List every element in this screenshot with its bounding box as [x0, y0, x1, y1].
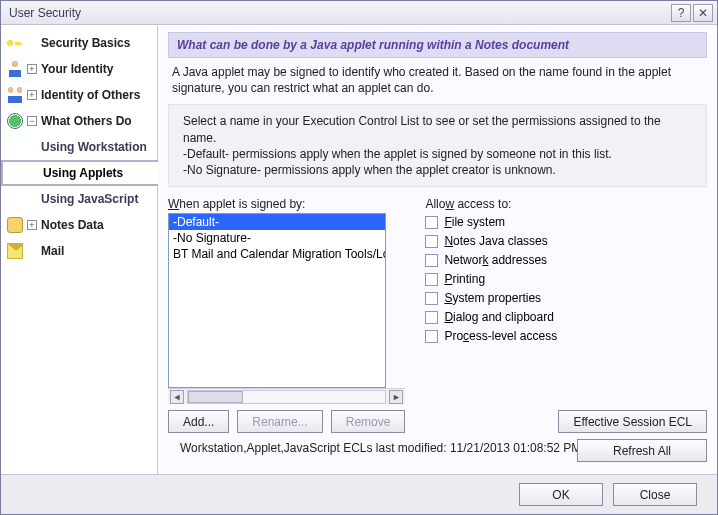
checkbox-icon [425, 292, 438, 305]
info-line: -Default- permissions apply when the app… [183, 146, 692, 162]
body: Security Basics + Your Identity + Identi… [1, 25, 717, 474]
sidebar-item-mail[interactable]: Mail [1, 238, 157, 264]
help-button[interactable]: ? [671, 4, 691, 22]
key-icon [7, 35, 23, 51]
database-icon [7, 217, 23, 233]
rename-button[interactable]: Rename... [237, 410, 322, 433]
user-security-window: User Security ? ✕ Security Basics + Your… [0, 0, 718, 515]
refresh-all-button[interactable]: Refresh All [577, 439, 707, 462]
expander-icon[interactable]: + [27, 64, 37, 74]
info-box: Select a name in your Execution Control … [168, 104, 707, 187]
horizontal-scrollbar[interactable]: ◄ ► [168, 388, 405, 404]
sidebar-item-identity-of-others[interactable]: + Identity of Others [1, 82, 157, 108]
footer: OK Close [1, 474, 717, 514]
status-label: Workstation,Applet,JavaScript ECLs last … [180, 441, 450, 455]
sidebar: Security Basics + Your Identity + Identi… [1, 26, 158, 474]
people-icon [7, 87, 23, 103]
sidebar-label: Using Workstation [41, 140, 147, 154]
permission-dialog-clipboard[interactable]: Dialog and clipboard [425, 310, 557, 324]
close-window-button[interactable]: ✕ [693, 4, 713, 22]
permission-network-addresses[interactable]: Network addresses [425, 253, 557, 267]
remove-button[interactable]: Remove [331, 410, 406, 433]
scroll-right-icon[interactable]: ► [389, 390, 403, 404]
window-title: User Security [5, 6, 669, 20]
content-panel: What can be done by a Java applet runnin… [158, 26, 717, 474]
titlebar: User Security ? ✕ [1, 1, 717, 25]
scroll-thumb[interactable] [188, 391, 243, 403]
permission-process-level[interactable]: Process-level access [425, 329, 557, 343]
signer-item[interactable]: -Default- [169, 214, 385, 230]
section-heading: What can be done by a Java applet runnin… [168, 32, 707, 58]
sidebar-item-using-applets[interactable]: Using Applets [1, 160, 158, 186]
help-icon: ? [678, 6, 685, 20]
sidebar-item-your-identity[interactable]: + Your Identity [1, 56, 157, 82]
sidebar-label: Mail [41, 244, 64, 258]
scroll-left-icon[interactable]: ◄ [170, 390, 184, 404]
scroll-track[interactable] [187, 390, 386, 404]
right-buttons: Effective Session ECL Refresh All [558, 410, 707, 462]
signer-buttons: Add... Rename... Remove [168, 410, 405, 433]
permissions-label: Allow access to: [425, 197, 557, 211]
checkbox-icon [425, 311, 438, 324]
info-line: -No Signature- permissions apply when th… [183, 162, 692, 178]
sidebar-label: Your Identity [41, 62, 113, 76]
sidebar-label: What Others Do [41, 114, 132, 128]
person-icon [7, 61, 23, 77]
permission-system-properties[interactable]: System properties [425, 291, 557, 305]
add-button[interactable]: Add... [168, 410, 229, 433]
expander-icon[interactable]: + [27, 90, 37, 100]
ok-button[interactable]: OK [519, 483, 603, 506]
permission-printing[interactable]: Printing [425, 272, 557, 286]
permissions-list: File system Notes Java classes Network a… [425, 213, 557, 343]
sidebar-label: Identity of Others [41, 88, 140, 102]
signer-listbox[interactable]: -Default- -No Signature- BT Mail and Cal… [168, 213, 386, 388]
sidebar-label: Using Applets [43, 166, 123, 180]
sidebar-label: Security Basics [41, 36, 130, 50]
mail-icon [7, 243, 23, 259]
sidebar-label: Notes Data [41, 218, 104, 232]
close-button[interactable]: Close [613, 483, 697, 506]
signer-item[interactable]: -No Signature- [169, 230, 385, 246]
sidebar-item-what-others-do[interactable]: − What Others Do [1, 108, 157, 134]
close-icon: ✕ [698, 6, 708, 20]
signer-item[interactable]: BT Mail and Calendar Migration Tools/Lot… [169, 246, 385, 262]
expander-icon[interactable]: − [27, 116, 37, 126]
sidebar-label: Using JavaScript [41, 192, 138, 206]
sidebar-item-notes-data[interactable]: + Notes Data [1, 212, 157, 238]
checkbox-icon [425, 235, 438, 248]
sidebar-item-security-basics[interactable]: Security Basics [1, 30, 157, 56]
expander-icon[interactable]: + [27, 220, 37, 230]
effective-session-ecl-button[interactable]: Effective Session ECL [558, 410, 707, 433]
permission-file-system[interactable]: File system [425, 215, 557, 229]
checkbox-icon [425, 273, 438, 286]
info-line: Select a name in your Execution Control … [183, 113, 692, 145]
signer-column: When applet is signed by: -Default- -No … [168, 197, 405, 433]
checkbox-icon [425, 254, 438, 267]
sidebar-item-using-workstation[interactable]: Using Workstation [1, 134, 157, 160]
sidebar-item-using-javascript[interactable]: Using JavaScript [1, 186, 157, 212]
section-description: A Java applet may be signed to identify … [168, 58, 707, 104]
checkbox-icon [425, 330, 438, 343]
signer-list-label: When applet is signed by: [168, 197, 405, 211]
checkbox-icon [425, 216, 438, 229]
permission-notes-java-classes[interactable]: Notes Java classes [425, 234, 557, 248]
globe-icon [7, 113, 23, 129]
lists-area: When applet is signed by: -Default- -No … [168, 197, 707, 433]
permissions-column: Allow access to: File system Notes Java … [425, 197, 557, 433]
